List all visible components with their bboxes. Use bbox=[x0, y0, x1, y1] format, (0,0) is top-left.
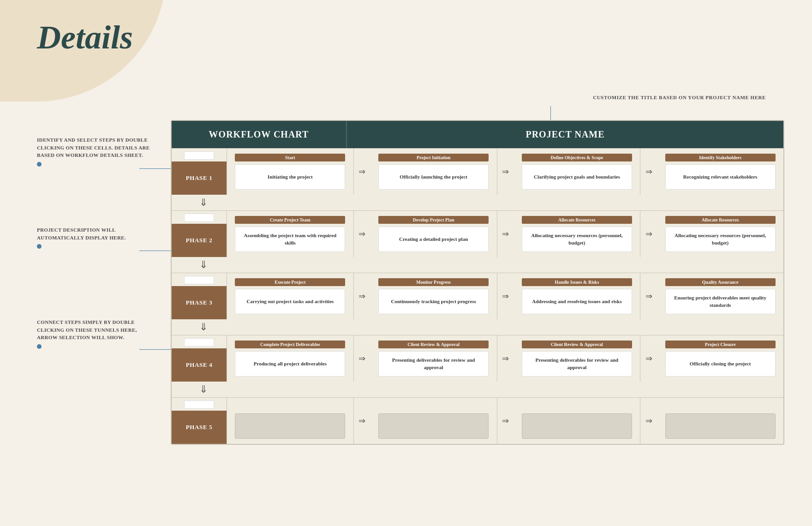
connector-line-2 bbox=[139, 251, 171, 251]
step-body-1-3: Clarifying project goals and boundaries bbox=[522, 164, 632, 190]
phase-label-wrapper-2: PHASE 2 bbox=[172, 211, 227, 257]
mini-box-5 bbox=[184, 400, 214, 409]
step-5-1[interactable] bbox=[227, 398, 354, 444]
phase-row-4: PHASE 4Complete Project DeliverablesProd… bbox=[172, 335, 783, 382]
header-workflow: WORKFLOW CHART bbox=[172, 121, 347, 148]
step-2-1[interactable]: Create Project TeamAssembling the projec… bbox=[227, 211, 354, 257]
phase-label-wrapper-3: PHASE 3 bbox=[172, 273, 227, 319]
step-4-2[interactable]: Client Review & ApprovalPresenting deliv… bbox=[370, 335, 497, 382]
step-header-4-3: Client Review & Approval bbox=[522, 341, 632, 348]
phase-row-5: PHASE 5⇒⇒⇒ bbox=[172, 398, 783, 444]
step-header-3-2: Monitor Progress bbox=[378, 278, 489, 286]
phases-container: PHASE 1StartInitiating the project⇒Proje… bbox=[172, 148, 783, 444]
instruction-2: PROJECT DESCRIPTION WILL AUTOMATICALLY D… bbox=[37, 226, 157, 251]
step-header-1-2: Project Initiation bbox=[378, 154, 489, 161]
step-body-5-1 bbox=[235, 413, 345, 439]
arrow-4-3: ⇒ bbox=[640, 353, 657, 364]
step-header-2-4: Allocate Resources bbox=[665, 216, 776, 224]
workflow-chart: WORKFLOW CHART PROJECT NAME PHASE 1Start… bbox=[171, 120, 784, 445]
steps-area-2: Create Project TeamAssembling the projec… bbox=[227, 211, 783, 257]
step-body-3-1: Carrying out project tasks and activitie… bbox=[235, 289, 345, 314]
arrow-5-1: ⇒ bbox=[354, 416, 370, 426]
step-header-4-4: Project Closure bbox=[665, 341, 776, 348]
steps-area-1: StartInitiating the project⇒Project Init… bbox=[227, 149, 783, 195]
step-body-1-4: Recognizing relevant stakeholders bbox=[665, 164, 776, 190]
down-arrow-1: ⇓ bbox=[172, 195, 783, 210]
step-body-2-2: Creating a detailed project plan bbox=[378, 227, 489, 252]
step-body-1-1: Initiating the project bbox=[235, 164, 345, 190]
phase-label-wrapper-5: PHASE 5 bbox=[172, 398, 227, 444]
step-4-3[interactable]: Client Review & ApprovalPresenting deliv… bbox=[514, 335, 641, 382]
step-1-4[interactable]: Identify StakeholdersRecognizing relevan… bbox=[657, 149, 783, 195]
step-2-4[interactable]: Allocate ResourcesAllocating necessary r… bbox=[657, 211, 783, 257]
step-header-2-2: Develop Project Plan bbox=[378, 216, 489, 224]
phase-label-3: PHASE 3 bbox=[172, 286, 227, 319]
steps-area-5: ⇒⇒⇒ bbox=[227, 398, 783, 444]
arrow-4-2: ⇒ bbox=[497, 353, 514, 364]
arrow-2-2: ⇒ bbox=[497, 229, 514, 239]
phase-label-2: PHASE 2 bbox=[172, 224, 227, 257]
step-body-4-3: Presenting deliverables for review and a… bbox=[522, 351, 632, 377]
step-body-5-2 bbox=[378, 413, 489, 439]
arrow-1-2: ⇒ bbox=[497, 167, 514, 177]
phase-label-1: PHASE 1 bbox=[172, 161, 227, 195]
step-4-1[interactable]: Complete Project DeliverablesProducing a… bbox=[227, 335, 354, 382]
step-3-1[interactable]: Execute ProjectCarrying out project task… bbox=[227, 273, 354, 319]
page-title: Details bbox=[37, 18, 133, 57]
step-header-1-3: Define Objectives & Scope bbox=[522, 154, 632, 161]
step-header-1-4: Identify Stakeholders bbox=[665, 154, 776, 161]
step-1-2[interactable]: Project InitiationOfficially launching t… bbox=[370, 149, 497, 195]
step-body-4-4: Officially closing the project bbox=[665, 351, 776, 377]
step-body-4-1: Producing all project deliverables bbox=[235, 351, 345, 377]
step-5-2[interactable] bbox=[370, 398, 497, 444]
step-body-1-2: Officially launching the project bbox=[378, 164, 489, 190]
arrow-3-3: ⇒ bbox=[640, 291, 657, 301]
phase-row-3: PHASE 3Execute ProjectCarrying out proje… bbox=[172, 273, 783, 319]
step-body-3-3: Addressing and resolving issues and risk… bbox=[522, 289, 632, 314]
down-arrow-3: ⇓ bbox=[172, 319, 783, 335]
instruction-dot-3 bbox=[37, 344, 42, 349]
step-3-2[interactable]: Monitor ProgressContinuously tracking pr… bbox=[370, 273, 497, 319]
instruction-1: IDENTIFY AND SELECT STEPS BY DOUBLE CLIC… bbox=[37, 136, 157, 168]
step-2-3[interactable]: Allocate ResourcesAllocating necessary r… bbox=[514, 211, 641, 257]
arrow-3-2: ⇒ bbox=[497, 291, 514, 301]
down-arrow-2: ⇓ bbox=[172, 257, 783, 273]
step-body-4-2: Presenting deliverables for review and a… bbox=[378, 351, 489, 377]
step-body-2-3: Allocating necessary resources (personne… bbox=[522, 227, 632, 252]
step-1-3[interactable]: Define Objectives & ScopeClarifying proj… bbox=[514, 149, 641, 195]
steps-area-4: Complete Project DeliverablesProducing a… bbox=[227, 335, 783, 382]
step-header-3-3: Handle Issues & Risks bbox=[522, 278, 632, 286]
arrow-2-1: ⇒ bbox=[354, 229, 370, 239]
phase-section-2: PHASE 2Create Project TeamAssembling the… bbox=[172, 210, 783, 257]
step-3-3[interactable]: Handle Issues & RisksAddressing and reso… bbox=[514, 273, 641, 319]
steps-area-3: Execute ProjectCarrying out project task… bbox=[227, 273, 783, 319]
step-3-4[interactable]: Quality AssuranceEnsuring project delive… bbox=[657, 273, 783, 319]
phase-row-2: PHASE 2Create Project TeamAssembling the… bbox=[172, 211, 783, 257]
step-body-3-4: Ensuring project deliverables meet quali… bbox=[665, 289, 776, 314]
step-body-2-4: Allocating necessary resources (personne… bbox=[665, 227, 776, 252]
step-header-3-4: Quality Assurance bbox=[665, 278, 776, 286]
step-2-2[interactable]: Develop Project PlanCreating a detailed … bbox=[370, 211, 497, 257]
step-1-1[interactable]: StartInitiating the project bbox=[227, 149, 354, 195]
step-5-4[interactable] bbox=[657, 398, 783, 444]
step-header-4-2: Client Review & Approval bbox=[378, 341, 489, 348]
arrow-4-1: ⇒ bbox=[354, 353, 370, 364]
step-body-3-2: Continuously tracking project progress bbox=[378, 289, 489, 314]
header-project: PROJECT NAME bbox=[347, 121, 783, 148]
phase-section-5: PHASE 5⇒⇒⇒ bbox=[172, 397, 783, 444]
mini-box-1 bbox=[184, 151, 214, 160]
instruction-dot-2 bbox=[37, 244, 42, 249]
arrow-3-1: ⇒ bbox=[354, 291, 370, 301]
step-5-3[interactable] bbox=[514, 398, 641, 444]
phase-section-3: PHASE 3Execute ProjectCarrying out proje… bbox=[172, 273, 783, 319]
step-4-4[interactable]: Project ClosureOfficially closing the pr… bbox=[657, 335, 783, 382]
arrow-line bbox=[550, 106, 551, 120]
phase-label-wrapper-4: PHASE 4 bbox=[172, 335, 227, 382]
step-body-5-3 bbox=[522, 413, 632, 439]
arrow-2-3: ⇒ bbox=[640, 229, 657, 239]
step-header-3-1: Execute Project bbox=[235, 278, 345, 286]
arrow-5-2: ⇒ bbox=[497, 416, 514, 426]
connector-line-1 bbox=[139, 168, 171, 169]
instruction-dot-1 bbox=[37, 162, 42, 167]
step-header-2-3: Allocate Resources bbox=[522, 216, 632, 224]
